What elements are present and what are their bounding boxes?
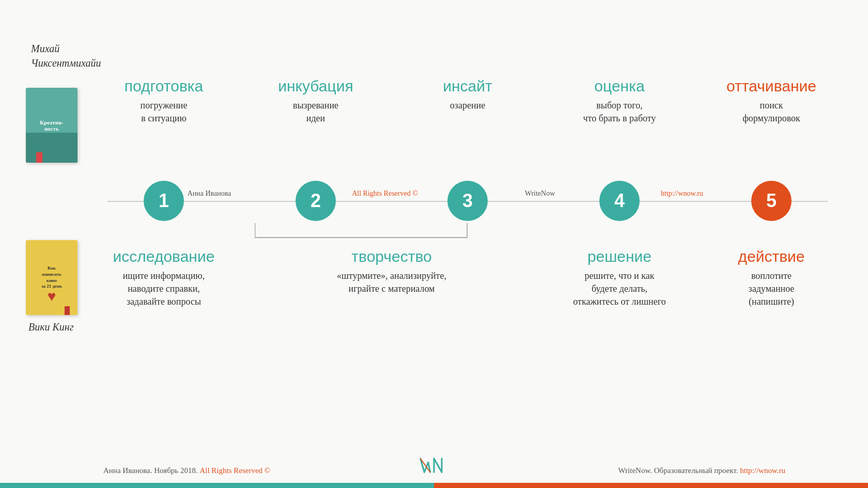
bottom-stage-3-col: решение решите, что и какбудете делать,о… (544, 248, 695, 309)
page: Михай Чиксентмихайи Креатив-ность Какнап… (0, 0, 868, 488)
book-top: Креатив-ность (26, 88, 78, 163)
bottom-stage-4-col: действие воплотитезадуманное(напишите) (695, 248, 847, 309)
stage-3-title: инсайт (392, 77, 544, 95)
footer-text-right: WriteNow. Образовательный проект. http:/… (618, 466, 785, 475)
book-bottom: Какнаписатькиноза 21 день ♥ (26, 240, 78, 315)
author-top-line2: Чиксентмихайи (31, 56, 101, 70)
bar-teal (0, 483, 434, 488)
circle-1-item: 1 (88, 181, 240, 221)
author-top: Михай Чиксентмихайи (31, 41, 101, 70)
circle-5: 5 (751, 181, 792, 221)
book-creativity-title: Креатив-ность (40, 119, 64, 132)
stage-3-desc: озарение (392, 99, 544, 112)
circle-3: 3 (447, 181, 488, 221)
footer-left-text: Анна Иванова. Ноябрь 2018. (103, 466, 198, 475)
bottom-stage-3-desc: решите, что и какбудете делать,откажитес… (544, 270, 695, 309)
bracket-svg (255, 222, 468, 240)
bottom-stage-2-col: творчество «штурмите», анализируйте,игра… (240, 248, 544, 309)
bottom-stage-3-title: решение (544, 248, 695, 265)
footer-right-highlight: http://wnow.ru (740, 466, 785, 475)
author-top-line1: Михай (31, 41, 101, 56)
circle-1: 1 (144, 181, 184, 221)
footer-text-left: Анна Иванова. Ноябрь 2018. All Rights Re… (103, 466, 270, 475)
book-kino-heart: ♥ (48, 288, 56, 305)
stage-1-col: подготовка погружениев ситуацию (88, 77, 240, 125)
book-cover-kino: Какнаписатькиноза 21 день ♥ (26, 240, 78, 315)
stage-2-title: инкубация (240, 77, 392, 95)
circles-row: 1 2 3 4 5 (88, 181, 847, 221)
footer-left-highlight: All Rights Reserved © (199, 466, 270, 475)
footer: Анна Иванова. Ноябрь 2018. All Rights Re… (0, 449, 868, 488)
book-cover-creativity: Креатив-ность (26, 88, 78, 163)
stage-3-col: инсайт озарение (392, 77, 544, 125)
bottom-labels-row: исследование ищите информацию,наводите с… (88, 248, 847, 309)
bottom-stage-2-title: творчество (240, 248, 544, 265)
stage-1-title: подготовка (88, 77, 240, 95)
bottom-stage-1-desc: ищите информацию,наводите справки,задава… (88, 270, 240, 309)
circle-4: 4 (599, 181, 640, 221)
stage-2-col: инкубация вызреваниеидеи (240, 77, 392, 125)
stage-4-title: оценка (544, 77, 695, 95)
stage-4-desc: выбор того,что брать в работу (544, 99, 695, 125)
circle-4-item: 4 (544, 181, 695, 221)
stage-5-desc: поискформулировок (695, 99, 847, 125)
diagram-area: подготовка погружениев ситуацию инкубаци… (88, 77, 847, 336)
book-kino-title: Какнаписатькиноза 21 день (30, 265, 73, 290)
book-bookmark (36, 152, 42, 163)
stage-1-desc: погружениев ситуацию (88, 99, 240, 125)
book-kino-bookmark (65, 306, 70, 315)
circle-3-item: 3 (392, 181, 544, 221)
bar-orange (434, 483, 868, 488)
footer-bottom-bar (0, 483, 868, 488)
bottom-stage-4-title: действие (695, 248, 847, 265)
circle-2: 2 (296, 181, 336, 221)
author-bottom-name: Вики Кинг (28, 321, 74, 333)
bottom-stage-1-title: исследование (88, 248, 240, 265)
bottom-stage-1-col: исследование ищите информацию,наводите с… (88, 248, 240, 309)
bottom-stage-2-desc: «штурмите», анализируйте,играйте с матер… (240, 270, 544, 295)
footer-logo (419, 456, 450, 479)
author-bottom: Вики Кинг (28, 321, 74, 333)
logo-svg (419, 456, 450, 477)
top-labels-row: подготовка погружениев ситуацию инкубаци… (88, 77, 847, 125)
stage-5-title: оттачивание (695, 77, 847, 95)
footer-right-text: WriteNow. Образовательный проект. (618, 466, 738, 475)
bottom-stage-4-desc: воплотитезадуманное(напишите) (695, 270, 847, 309)
stage-2-desc: вызреваниеидеи (240, 99, 392, 125)
stage-4-col: оценка выбор того,что брать в работу (544, 77, 695, 125)
stage-5-col: оттачивание поискформулировок (695, 77, 847, 125)
circle-2-item: 2 (240, 181, 392, 221)
circle-5-item: 5 (695, 181, 847, 221)
svg-line-5 (434, 459, 442, 472)
